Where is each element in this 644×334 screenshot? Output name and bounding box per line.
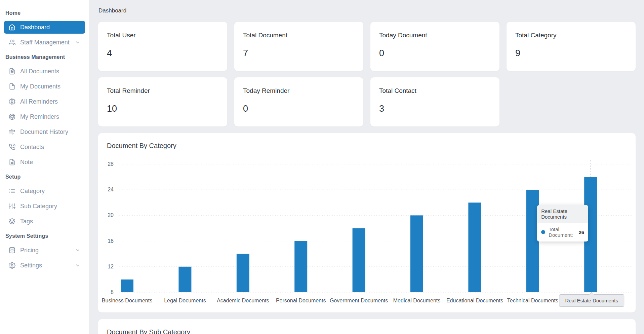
sidebar-item-label: My Reminders <box>20 113 59 120</box>
bar-legal-documents[interactable] <box>178 267 191 292</box>
y-axis-tick: 16 <box>108 238 114 244</box>
sidebar-item-pricing[interactable]: Pricing <box>4 244 85 257</box>
sidebar-section-label-home: Home <box>5 10 84 16</box>
main-content: Dashboard Total User 4 Total Document 7 … <box>89 0 644 334</box>
sidebar-item-document-history[interactable]: Document History <box>4 125 85 138</box>
stat-card-value: 0 <box>379 48 491 59</box>
stat-card-total-document: Total Document 7 <box>234 22 363 71</box>
stat-card-value: 7 <box>243 48 355 59</box>
sidebar-item-label: Dashboard <box>20 24 50 31</box>
sidebar-section-items: Pricing Settings <box>4 244 85 272</box>
stat-card-label: Today Document <box>379 32 491 39</box>
sidebar-item-sub-category[interactable]: Sub Category <box>4 200 85 213</box>
sidebar-section: Home Dashboard Staff Management <box>4 10 85 49</box>
sidebar-item-contacts[interactable]: Contacts <box>4 141 85 153</box>
sidebar-item-label: Pricing <box>20 247 39 254</box>
sidebar-section-label-business-management: Business Management <box>5 54 84 60</box>
subcategory-chart-card: Document By Sub Category <box>98 319 636 334</box>
sidebar-item-label: Document History <box>20 128 68 136</box>
database-icon <box>9 247 15 254</box>
users-icon <box>9 39 15 46</box>
wind-icon <box>9 128 15 135</box>
x-axis-label: Government Documents <box>330 298 388 303</box>
aperture-icon <box>9 113 15 120</box>
page-title: Dashboard <box>98 7 636 14</box>
list-icon <box>9 188 15 194</box>
series-dot-icon <box>541 230 545 234</box>
phone-call-icon <box>9 144 15 150</box>
bar-medical-documents[interactable] <box>410 215 423 292</box>
chart-tooltip-series: Total Document: <box>549 226 576 238</box>
x-axis-label: Technical Documents <box>507 298 558 303</box>
stat-card-label: Total User <box>107 32 218 39</box>
sidebar-item-label: Contacts <box>20 144 44 151</box>
sidebar-item-label: All Reminders <box>20 98 58 105</box>
sidebar-item-label: All Documents <box>20 68 59 75</box>
sidebar-section: Business Management All Documents My Doc… <box>4 54 85 169</box>
sidebar-item-label: Tags <box>20 218 33 225</box>
bar-personal-documents[interactable] <box>294 241 307 292</box>
sidebar-item-label: Settings <box>20 262 42 269</box>
stat-card-value: 0 <box>243 104 355 114</box>
sidebar-item-dashboard[interactable]: Dashboard <box>4 21 85 34</box>
sidebar-section-items: All Documents My Documents All Reminders… <box>4 65 85 169</box>
x-axis-label: Personal Documents <box>276 298 326 303</box>
note-icon <box>9 159 15 165</box>
sidebar-item-settings[interactable]: Settings <box>4 259 85 272</box>
sidebar-item-staff-management[interactable]: Staff Management <box>4 36 85 49</box>
sidebar-item-my-documents[interactable]: My Documents <box>4 80 85 93</box>
stat-card-value: 10 <box>107 104 218 114</box>
bar-business-documents[interactable] <box>121 280 133 292</box>
stat-card-value: 3 <box>379 104 491 114</box>
bar-educational-documents[interactable] <box>468 202 481 292</box>
sidebar-section-items: Dashboard Staff Management <box>4 21 85 49</box>
stat-card-label: Total Contact <box>379 87 491 95</box>
stat-card-today-reminder: Today Reminder 0 <box>234 77 363 126</box>
stats-grid: Total User 4 Total Document 7 Today Docu… <box>98 22 636 126</box>
bar-technical-documents[interactable] <box>526 190 539 292</box>
sidebar-item-label: Sub Category <box>20 203 57 210</box>
sidebar-item-category[interactable]: Category <box>4 185 85 197</box>
sidebar-section: System Settings Pricing Settings <box>4 233 85 272</box>
sidebar-item-all-reminders[interactable]: All Reminders <box>4 95 85 108</box>
sidebar: Home Dashboard Staff Management Business… <box>0 0 89 334</box>
y-axis-tick: 24 <box>108 187 114 192</box>
sidebar-item-label: My Documents <box>20 83 61 90</box>
category-chart-card: Document By Category 81216202428Business… <box>98 133 636 312</box>
y-axis-tick: 20 <box>108 212 114 218</box>
sidebar-item-all-documents[interactable]: All Documents <box>4 65 85 78</box>
sidebar-section: Setup Category Sub Category Tags <box>4 174 85 228</box>
stat-card-total-category: Total Category 9 <box>507 22 636 71</box>
chart-tooltip-value: 26 <box>579 229 585 235</box>
stat-card-total-reminder: Total Reminder 10 <box>98 77 227 126</box>
axis-pointer-label: Real Estate Documents <box>559 294 624 307</box>
subcategory-chart-title: Document By Sub Category <box>107 328 627 334</box>
stat-card-label: Today Reminder <box>243 87 355 95</box>
gear-icon <box>9 262 15 269</box>
chevron-down-icon <box>75 40 80 45</box>
bar-academic-documents[interactable] <box>237 254 249 292</box>
sidebar-section-items: Category Sub Category Tags <box>4 185 85 228</box>
stat-card-value: 4 <box>107 48 218 59</box>
x-axis-label: Legal Documents <box>164 298 206 303</box>
x-axis-label: Educational Documents <box>446 298 503 303</box>
bar-government-documents[interactable] <box>353 228 365 293</box>
sidebar-item-tags[interactable]: Tags <box>4 215 85 228</box>
chart-tooltip-title: Real Estate Documents <box>537 205 588 223</box>
stat-card-label: Total Category <box>515 32 627 39</box>
stat-card-today-document: Today Document 0 <box>370 22 499 71</box>
y-axis-tick: 28 <box>108 161 114 167</box>
sliders-icon <box>9 203 15 210</box>
layers-icon <box>9 218 15 225</box>
file-text-icon <box>9 68 15 75</box>
cpu-icon <box>9 98 15 105</box>
stat-card-total-user: Total User 4 <box>98 22 227 71</box>
chevron-down-icon <box>75 263 80 268</box>
stat-card-label: Total Document <box>243 32 355 39</box>
chevron-down-icon <box>75 248 80 253</box>
sidebar-item-note[interactable]: Note <box>4 156 85 169</box>
sidebar-item-my-reminders[interactable]: My Reminders <box>4 110 85 123</box>
x-axis-label: Medical Documents <box>393 298 441 303</box>
chart-tooltip: Real Estate Documents Total Document: 26 <box>537 205 588 242</box>
x-axis-label: Business Documents <box>102 298 152 303</box>
